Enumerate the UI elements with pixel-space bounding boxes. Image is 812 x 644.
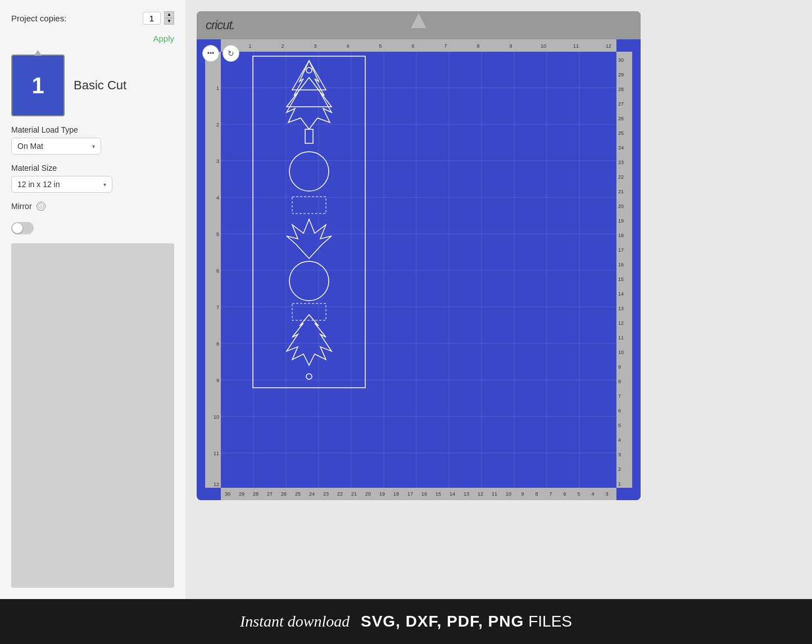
svg-text:26: 26 xyxy=(281,491,287,497)
copies-down-button[interactable]: ▼ xyxy=(164,18,174,25)
svg-text:4: 4 xyxy=(618,437,621,443)
svg-text:7: 7 xyxy=(444,43,447,49)
svg-text:11: 11 xyxy=(214,451,219,456)
project-copies-label: Project copies: xyxy=(11,13,66,23)
mirror-label: Mirror xyxy=(11,202,32,211)
svg-text:27: 27 xyxy=(618,101,624,107)
chevron-down-icon-2: ▾ xyxy=(103,182,106,188)
svg-text:26: 26 xyxy=(618,116,624,121)
svg-text:1: 1 xyxy=(216,85,219,91)
svg-text:6: 6 xyxy=(563,491,566,497)
svg-text:3: 3 xyxy=(314,43,316,49)
material-size-dropdown[interactable]: 12 in x 12 in ▾ xyxy=(11,176,112,193)
mat-svg: 1 2 3 4 5 6 7 8 9 10 11 12 1 2 xyxy=(197,39,641,500)
svg-text:24: 24 xyxy=(618,145,624,151)
svg-text:11: 11 xyxy=(573,43,579,49)
material-load-type-label: Material Load Type xyxy=(11,125,174,134)
mat-area: cricut. ••• ↻ xyxy=(185,0,812,599)
svg-text:30: 30 xyxy=(618,57,624,63)
svg-text:3: 3 xyxy=(605,491,608,497)
svg-text:5: 5 xyxy=(618,423,621,428)
svg-text:19: 19 xyxy=(618,218,624,224)
svg-text:30: 30 xyxy=(225,491,230,497)
svg-text:16: 16 xyxy=(421,491,427,497)
sidebar: Project copies: ▲ ▼ Apply 1 Basic Cut Ma… xyxy=(0,0,185,599)
svg-text:15: 15 xyxy=(436,491,441,497)
svg-text:9: 9 xyxy=(521,491,524,497)
svg-text:12: 12 xyxy=(606,43,611,49)
svg-text:16: 16 xyxy=(618,262,624,267)
chevron-down-icon: ▾ xyxy=(92,143,95,149)
svg-rect-1 xyxy=(221,39,616,52)
cricut-hanger-icon xyxy=(410,13,427,28)
more-options-button[interactable]: ••• xyxy=(202,45,219,62)
svg-text:5: 5 xyxy=(379,43,382,49)
svg-text:4: 4 xyxy=(216,195,219,201)
svg-text:25: 25 xyxy=(295,491,301,497)
svg-text:18: 18 xyxy=(618,233,624,238)
svg-text:4: 4 xyxy=(591,491,594,497)
svg-text:3: 3 xyxy=(618,452,621,457)
svg-text:7: 7 xyxy=(618,393,621,399)
svg-text:15: 15 xyxy=(618,276,624,282)
svg-text:13: 13 xyxy=(618,306,624,311)
copies-arrows: ▲ ▼ xyxy=(164,11,174,25)
project-copies-row: Project copies: ▲ ▼ xyxy=(11,11,174,25)
svg-text:5: 5 xyxy=(577,491,580,497)
svg-text:22: 22 xyxy=(618,174,624,180)
svg-rect-2 xyxy=(221,488,616,500)
cricut-logo: cricut. xyxy=(206,18,235,33)
material-load-dropdown[interactable]: On Mat ▾ xyxy=(11,138,101,155)
svg-text:14: 14 xyxy=(450,491,455,497)
svg-text:22: 22 xyxy=(337,491,343,497)
svg-text:20: 20 xyxy=(365,491,371,497)
svg-text:11: 11 xyxy=(492,491,497,497)
svg-text:12: 12 xyxy=(478,491,483,497)
svg-text:10: 10 xyxy=(541,43,546,49)
svg-text:11: 11 xyxy=(618,335,624,341)
svg-text:14: 14 xyxy=(618,291,624,297)
svg-text:8: 8 xyxy=(477,43,479,49)
mirror-toggle[interactable] xyxy=(11,222,34,234)
svg-text:17: 17 xyxy=(407,491,413,497)
svg-text:25: 25 xyxy=(618,130,624,136)
svg-text:7: 7 xyxy=(549,491,552,497)
svg-text:5: 5 xyxy=(216,232,219,237)
mat-grid-container: 1 2 3 4 5 6 7 8 9 10 11 12 1 2 xyxy=(197,39,641,500)
svg-text:10: 10 xyxy=(506,491,511,497)
footer-file-types: SVG, DXF, PDF, PNG xyxy=(361,613,524,631)
toggle-knob xyxy=(12,223,22,233)
footer: Instant download SVG, DXF, PDF, PNG FILE… xyxy=(0,599,812,644)
copies-input[interactable] xyxy=(143,12,161,25)
mirror-info-icon[interactable]: ⓘ xyxy=(37,202,46,211)
svg-text:2: 2 xyxy=(281,43,284,49)
mat-hanger-icon xyxy=(34,50,42,56)
rotate-button[interactable]: ↻ xyxy=(223,45,239,62)
svg-text:21: 21 xyxy=(351,491,357,497)
copies-input-group: ▲ ▼ xyxy=(143,11,174,25)
apply-button[interactable]: Apply xyxy=(153,34,174,43)
svg-text:24: 24 xyxy=(309,491,315,497)
svg-text:9: 9 xyxy=(216,378,219,383)
svg-text:4: 4 xyxy=(346,43,349,49)
mat-grid: 1 2 3 4 5 6 7 8 9 10 11 12 1 2 xyxy=(197,39,641,500)
copies-up-button[interactable]: ▲ xyxy=(164,11,174,18)
mat-controls: ••• ↻ xyxy=(202,45,239,62)
material-size-label: Material Size xyxy=(11,164,174,173)
svg-text:6: 6 xyxy=(618,408,621,414)
svg-rect-0 xyxy=(221,52,616,488)
footer-files-label: FILES xyxy=(528,613,572,631)
svg-text:28: 28 xyxy=(253,491,258,497)
svg-text:9: 9 xyxy=(509,43,512,49)
svg-text:2: 2 xyxy=(618,466,621,472)
svg-text:10: 10 xyxy=(618,350,624,355)
svg-text:8: 8 xyxy=(618,379,621,384)
svg-text:7: 7 xyxy=(216,305,219,310)
sidebar-empty-area xyxy=(11,243,174,588)
cricut-header: cricut. xyxy=(197,11,641,39)
svg-text:12: 12 xyxy=(214,482,219,487)
svg-text:3: 3 xyxy=(216,158,219,164)
basic-cut-label: Basic Cut xyxy=(74,78,126,93)
svg-text:21: 21 xyxy=(618,189,624,194)
material-size-value: 12 in x 12 in xyxy=(17,180,60,189)
